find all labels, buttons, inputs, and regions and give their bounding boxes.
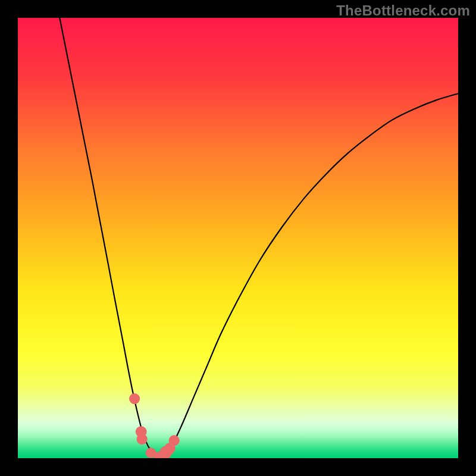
chart-frame: TheBottleneck.com (0, 0, 476, 476)
curve-marker (137, 434, 148, 444)
curve-marker (169, 435, 180, 446)
bottleneck-chart (18, 18, 458, 458)
plot-area (18, 18, 458, 458)
curve-marker (129, 393, 140, 404)
gradient-background (18, 18, 458, 458)
watermark-text: TheBottleneck.com (336, 2, 470, 19)
